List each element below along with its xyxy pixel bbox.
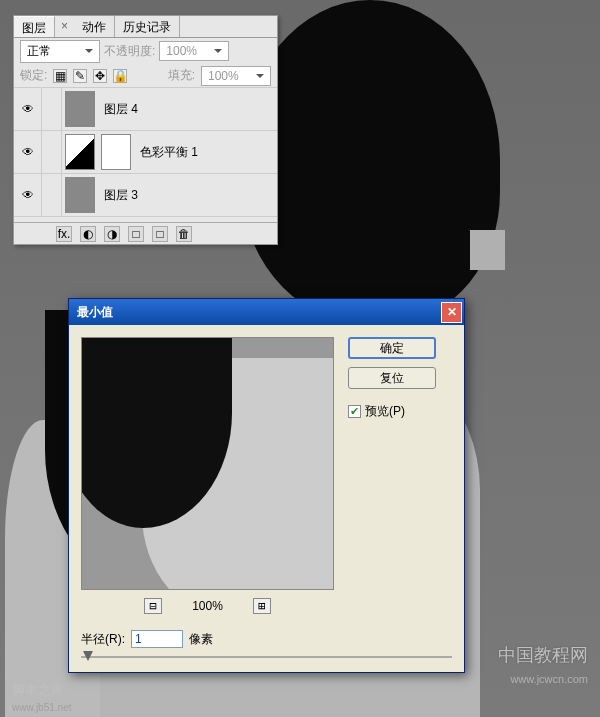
tab-close-icon[interactable]: × (55, 16, 74, 37)
lock-brush-icon[interactable]: ✎ (73, 69, 87, 83)
lock-transparent-icon[interactable]: ▦ (53, 69, 67, 83)
adjustment-thumbnail[interactable] (65, 134, 95, 170)
blend-mode-select[interactable]: 正常 (20, 40, 100, 63)
lock-move-icon[interactable]: ✥ (93, 69, 107, 83)
close-button[interactable]: ✕ (441, 302, 462, 323)
zoom-out-button[interactable]: ⊟ (144, 598, 162, 614)
watermark: 中国教程网 (498, 643, 588, 667)
link-col[interactable] (42, 131, 62, 173)
chevron-down-icon (85, 49, 93, 53)
eye-icon: 👁 (22, 145, 34, 159)
visibility-toggle[interactable]: 👁 (14, 88, 42, 130)
layer-thumbnail[interactable] (65, 177, 95, 213)
layer-list: 👁 图层 4 👁 色彩平衡 1 👁 图层 3 (14, 88, 277, 222)
layers-panel: 图层 × 动作 历史记录 正常 不透明度: 100% 锁定: ▦ ✎ ✥ 🔒 填… (13, 15, 278, 245)
dialog-title: 最小值 (77, 304, 113, 321)
tab-actions[interactable]: 动作 (74, 16, 115, 37)
lock-all-icon[interactable]: 🔒 (113, 69, 127, 83)
zoom-value: 100% (192, 599, 223, 613)
chevron-down-icon (214, 49, 222, 53)
preview-area[interactable] (81, 337, 334, 590)
link-col[interactable] (42, 88, 62, 130)
preview-checkbox[interactable]: ✔ (348, 405, 361, 418)
trash-icon[interactable]: 🗑 (176, 226, 192, 242)
fill-label: 填充: (168, 67, 195, 84)
folder-icon[interactable]: □ (128, 226, 144, 242)
new-layer-icon[interactable]: □ (152, 226, 168, 242)
layer-row[interactable]: 👁 图层 4 (14, 88, 277, 131)
opacity-value: 100% (166, 44, 197, 58)
layer-row[interactable]: 👁 图层 3 (14, 174, 277, 217)
watermark: 脚本之家 (12, 681, 64, 699)
layer-thumbnail[interactable] (65, 91, 95, 127)
layer-row[interactable]: 👁 色彩平衡 1 (14, 131, 277, 174)
zoom-in-button[interactable]: ⊞ (253, 598, 271, 614)
radius-label: 半径(R): (81, 631, 125, 648)
layer-name[interactable]: 色彩平衡 1 (134, 144, 198, 161)
opacity-input[interactable]: 100% (159, 41, 229, 61)
opacity-label: 不透明度: (104, 43, 155, 60)
chevron-down-icon (256, 74, 264, 78)
radius-slider[interactable] (81, 656, 452, 658)
slider-thumb[interactable] (83, 651, 93, 661)
layer-name[interactable]: 图层 3 (98, 187, 138, 204)
watermark: www.jcwcn.com (510, 673, 588, 685)
tab-history[interactable]: 历史记录 (115, 16, 180, 37)
visibility-toggle[interactable]: 👁 (14, 131, 42, 173)
dialog-title-bar[interactable]: 最小值 ✕ (69, 299, 464, 325)
mask-icon[interactable]: ◐ (80, 226, 96, 242)
eye-icon: 👁 (22, 188, 34, 202)
close-icon: ✕ (447, 305, 457, 319)
layers-bottom-bar: fx. ◐ ◑ □ □ 🗑 (14, 222, 277, 244)
visibility-toggle[interactable]: 👁 (14, 174, 42, 216)
lock-label: 锁定: (20, 67, 47, 84)
fx-icon[interactable]: fx. (56, 226, 72, 242)
ok-button[interactable]: 确定 (348, 337, 436, 359)
blend-mode-value: 正常 (27, 43, 51, 60)
mask-thumbnail[interactable] (101, 134, 131, 170)
adjustment-icon[interactable]: ◑ (104, 226, 120, 242)
fill-value: 100% (208, 69, 239, 83)
cancel-button[interactable]: 复位 (348, 367, 436, 389)
layer-name[interactable]: 图层 4 (98, 101, 138, 118)
link-col[interactable] (42, 174, 62, 216)
tab-layers[interactable]: 图层 (14, 16, 55, 37)
radius-unit: 像素 (189, 631, 213, 648)
eye-icon: 👁 (22, 102, 34, 116)
preview-label: 预览(P) (365, 403, 405, 420)
fill-input[interactable]: 100% (201, 66, 271, 86)
watermark: www.jb51.net (12, 702, 71, 713)
radius-input[interactable] (131, 630, 183, 648)
minimum-filter-dialog: 最小值 ✕ ⊟ 100% ⊞ 确定 复位 ✔ 预览(P) 半径(R): 像素 (68, 298, 465, 673)
tab-bar: 图层 × 动作 历史记录 (14, 16, 277, 38)
